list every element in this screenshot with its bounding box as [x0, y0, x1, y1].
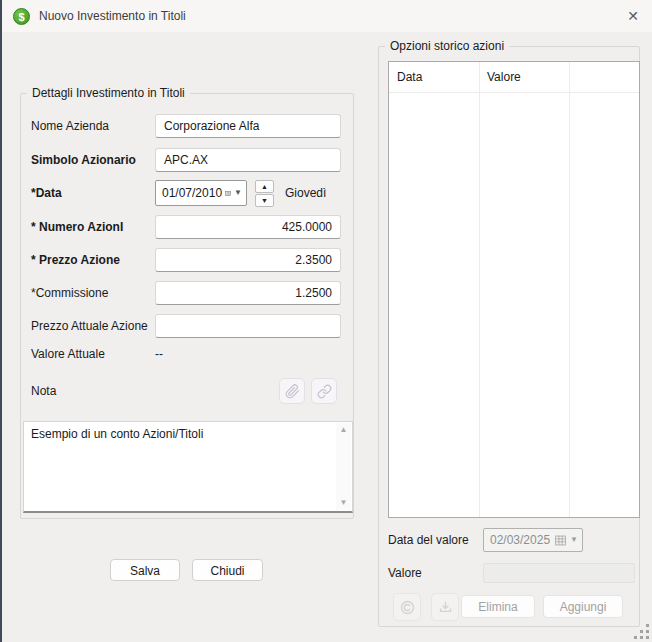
scroll-up-icon[interactable]: ▲ [340, 426, 348, 434]
company-name-input[interactable] [155, 114, 341, 138]
price-label: * Prezzo Azione [31, 248, 120, 272]
calendar-icon [554, 534, 567, 547]
current-price-label: Prezzo Attuale Azione [31, 314, 148, 338]
value-date-label: Data del valore [388, 528, 469, 552]
history-group-title: Opzioni storico azioni [385, 39, 509, 53]
current-value-text: -- [155, 342, 163, 366]
calendar-icon [225, 187, 231, 200]
delete-button[interactable]: Elimina [461, 595, 535, 618]
titlebar: $ Nuovo Investimento in Titoli ✕ [2, 0, 652, 32]
refresh-circle-icon [399, 599, 416, 616]
details-group-title: Dettagli Investimento in Titoli [27, 86, 190, 100]
value-date-picker[interactable]: 02/03/2025 ▼ [483, 528, 583, 552]
value-input[interactable] [483, 563, 635, 583]
commission-input[interactable] [155, 281, 341, 305]
date-spinner: ▲ ▼ [255, 180, 274, 207]
weekday-label: Giovedì [285, 180, 326, 206]
current-value-label: Valore Attuale [31, 342, 105, 366]
window-title: Nuovo Investimento in Titoli [39, 9, 186, 23]
spin-down-button[interactable]: ▼ [255, 194, 274, 207]
import-quote-button[interactable] [431, 593, 459, 621]
commission-label: *Commissione [31, 281, 108, 305]
dialog-window: $ Nuovo Investimento in Titoli ✕ Dettagl… [0, 0, 652, 642]
add-button[interactable]: Aggiungi [543, 595, 623, 618]
column-header-data[interactable]: Data [389, 62, 479, 92]
close-button[interactable]: Chiudi [192, 559, 263, 581]
link-icon [317, 384, 332, 399]
note-label: Nota [31, 379, 56, 403]
header-divider [389, 92, 639, 93]
attach-link-button[interactable] [311, 378, 337, 404]
symbol-label: Simbolo Azionario [31, 148, 136, 172]
details-groupbox: Dettagli Investimento in Titoli Nome Azi… [20, 93, 354, 519]
column-separator [479, 62, 480, 517]
fetch-quote-button[interactable] [393, 593, 421, 621]
date-dropdown-icon[interactable]: ▼ [570, 536, 578, 544]
date-dropdown-icon[interactable]: ▼ [234, 189, 242, 197]
company-name-label: Nome Azienda [31, 114, 109, 138]
resize-grip[interactable] [634, 624, 649, 639]
note-text: Esempio di un conto Azioni/Titoli [31, 427, 330, 442]
scroll-down-icon[interactable]: ▼ [340, 499, 348, 507]
shares-label: * Numero AzionI [31, 215, 123, 239]
history-table[interactable]: Data Valore [388, 61, 640, 518]
spin-up-button[interactable]: ▲ [255, 180, 274, 193]
date-label: *Data [31, 181, 62, 205]
note-textarea[interactable]: Esempio di un conto Azioni/Titoli ▲ ▼ [23, 421, 353, 513]
date-value: 01/07/2010 [162, 186, 222, 200]
history-groupbox: Opzioni storico azioni Data Valore Data … [378, 46, 640, 627]
money-dollar-icon: $ [13, 8, 30, 25]
current-price-input[interactable] [155, 314, 341, 338]
close-icon[interactable]: ✕ [620, 4, 646, 28]
save-button[interactable]: Salva [110, 559, 180, 581]
download-icon [437, 599, 454, 616]
date-picker[interactable]: 01/07/2010 ▼ [155, 180, 247, 206]
column-separator [569, 62, 570, 517]
attach-file-button[interactable] [279, 378, 305, 404]
price-input[interactable] [155, 248, 341, 272]
symbol-input[interactable] [155, 148, 341, 172]
value-date-value: 02/03/2025 [490, 533, 551, 547]
column-header-valore[interactable]: Valore [479, 62, 569, 92]
shares-input[interactable] [155, 215, 341, 239]
value-label: Valore [388, 561, 422, 585]
note-scrollbar[interactable]: ▲ ▼ [336, 423, 351, 510]
paperclip-icon [285, 384, 300, 399]
